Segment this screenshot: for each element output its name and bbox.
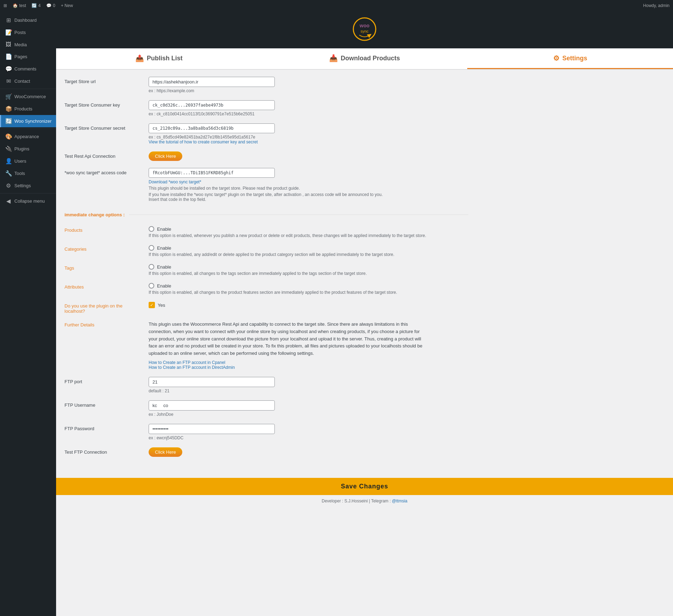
sidebar-item-settings[interactable]: ⚙ Settings [0,180,56,192]
sidebar-item-pages[interactable]: 📄 Pages [0,50,56,63]
categories-enable-option: Enable [149,245,468,251]
settings-icon: ⚙ [5,182,12,189]
ftp-port-label: FTP port [64,377,142,384]
sidebar-item-contact[interactable]: ✉ Contact [0,75,56,87]
test-ftp-row: Test FTP Connection Click Here [64,447,468,457]
collapse-icon: ◀ [5,198,12,204]
sidebar-item-products[interactable]: 📦 Products [0,103,56,115]
media-icon: 🖼 [5,41,12,48]
attributes-enable-radio[interactable] [149,283,154,289]
posts-icon: 📝 [5,29,12,36]
products-enable-radio[interactable] [149,226,154,232]
attributes-enable-label: Enable [157,283,171,289]
woocommerce-icon: 🛒 [5,93,12,100]
updates-icon: 🔄 [32,3,37,8]
plugin-header: woo sync [56,11,673,48]
sidebar: ⊞ Dashboard 📝 Posts 🖼 Media 📄 Pages 💬 Co… [0,11,56,616]
localhost-checkbox[interactable]: ✓ [149,302,155,308]
ftp-username-row: FTP Username ex : JohnDoe [64,400,468,417]
consumer-secret-label: Target Store Consumer secret [64,123,142,131]
admin-bar-howdy: Howdy, admin [643,3,669,8]
save-bar: Save Changes [56,478,673,495]
products-toggle-row: Products Enable If this option is enable… [64,226,468,238]
sidebar-item-users[interactable]: 👤 Users [0,155,56,167]
target-store-url-input[interactable] [149,77,275,87]
plugin-footer: Developer : S.J.Hosseini | Telegram : @t… [56,495,673,507]
products-icon: 📦 [5,106,12,112]
download-products-icon: 📥 [329,54,338,62]
admin-bar-comments[interactable]: 💬 0 [46,3,55,8]
sidebar-item-comments[interactable]: 💬 Comments [0,63,56,75]
access-code-desc1: This plugin should be installed on the t… [149,186,468,191]
access-code-field: Download *woo sync target* This plugin s… [149,168,468,202]
sidebar-item-label: Products [14,106,32,111]
sidebar-item-dashboard[interactable]: ⊞ Dashboard [0,14,56,26]
sidebar-item-appearance[interactable]: 🎨 Appearance [0,130,56,143]
consumer-key-label: Target Store Consumer key [64,100,142,108]
sidebar-item-label: WooCommerce [14,94,46,99]
sidebar-item-label: Plugins [14,146,29,151]
ftp-port-input[interactable] [149,377,275,387]
ftp-username-field: ex : JohnDoe [149,400,468,417]
tags-toggle-label: Tags [64,264,142,271]
save-changes-button[interactable]: Save Changes [341,483,388,490]
ftp-password-hint: ex : ewcnj545DDC [149,435,468,440]
sidebar-item-plugins[interactable]: 🔌 Plugins [0,143,56,155]
publish-list-icon: 📤 [135,54,144,62]
test-ftp-label: Test FTP Connection [64,447,142,455]
consumer-key-input[interactable] [149,100,275,110]
test-ftp-button[interactable]: Click Here [149,447,182,457]
comments-icon: 💬 [5,66,12,72]
test-api-row: Test Rest Api Connection Click Here [64,151,468,161]
access-code-download-link[interactable]: Download *woo sync target* [149,180,201,184]
further-details-cpanel-link[interactable]: How to Create an FTP account in Cpanel [149,360,468,365]
pages-icon: 📄 [5,53,12,60]
footer-telegram-link[interactable]: @ttmsia [392,499,407,503]
sidebar-item-tools[interactable]: 🔧 Tools [0,167,56,180]
ftp-username-label: FTP Username [64,400,142,408]
tab-download-products[interactable]: 📥 Download Products [262,48,468,69]
attributes-toggle-row: Attributes Enable If this option is enab… [64,283,468,295]
main-content: woo sync 📤 Publish List 📥 Download Produ… [56,11,673,616]
tags-enable-radio[interactable] [149,264,154,270]
consumer-secret-field: ex : cs_85d5cd49e82451ba2d27e1f8b1455e95… [149,123,468,144]
test-api-label: Test Rest Api Connection [64,151,142,159]
attributes-enable-hint: If this option is enabled, all changes t… [149,290,468,295]
categories-toggle-row: Categories Enable If this option is enab… [64,245,468,257]
menu-separator [0,89,56,89]
access-code-input[interactable] [149,168,275,178]
sidebar-item-collapse[interactable]: ◀ Collapse menu [0,195,56,207]
tab-publish-list[interactable]: 📤 Publish List [56,48,262,69]
ftp-password-input[interactable] [149,424,275,434]
admin-bar-wp-icon[interactable]: ⊞ [4,3,7,8]
sidebar-item-media[interactable]: 🖼 Media [0,39,56,50]
consumer-secret-input[interactable] [149,123,275,133]
admin-bar-new[interactable]: + New [61,3,73,8]
test-api-button[interactable]: Click Here [149,151,182,161]
sidebar-item-woocommerce[interactable]: 🛒 WooCommerce [0,90,56,103]
localhost-yes-option: ✓ Yes [149,302,468,308]
sidebar-item-woo-synchronizer[interactable]: 🔄 Woo Synchronizer [0,115,56,127]
admin-bar-updates[interactable]: 🔄 4 [32,3,41,8]
section-divider [129,215,468,215]
tags-enable-label: Enable [157,264,171,270]
dashboard-icon: ⊞ [5,17,12,23]
localhost-yes-label: Yes [158,303,165,308]
footer-text: Developer : S.J.Hosseini | Telegram : [322,499,391,503]
comments-icon: 💬 [46,3,52,8]
further-details-text: This plugin uses the Woocommerce Rest Ap… [149,321,429,357]
sidebar-item-posts[interactable]: 📝 Posts [0,26,56,39]
admin-bar: ⊞ 🏠 test 🔄 4 💬 0 + New Howdy, admin [0,0,673,11]
svg-text:woo: woo [359,23,369,28]
ftp-username-input[interactable] [149,400,275,411]
admin-bar-site[interactable]: 🏠 test [13,3,26,8]
further-details-directadmin-link[interactable]: How to Create an FTP account in DirectAd… [149,365,468,370]
tab-label: Download Products [341,55,400,62]
consumer-secret-row: Target Store Consumer secret ex : cs_85d… [64,123,468,144]
categories-enable-radio[interactable] [149,245,154,251]
comments-count: 0 [53,3,55,8]
tab-settings[interactable]: ⚙ Settings [467,48,673,69]
consumer-secret-link[interactable]: View the tutorial of how to create consu… [149,140,468,144]
sidebar-item-label: Woo Synchronizer [14,119,52,124]
ftp-password-field: ex : ewcnj545DDC [149,424,468,440]
